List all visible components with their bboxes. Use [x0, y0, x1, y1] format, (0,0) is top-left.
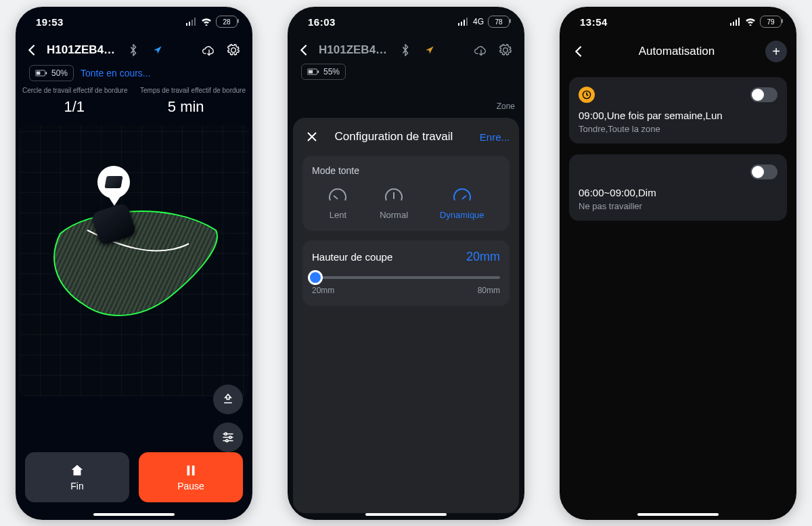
- cut-height-value: 20mm: [466, 250, 500, 264]
- svg-rect-2: [191, 20, 193, 26]
- mowing-mode-label: Mode tonte: [312, 165, 500, 176]
- battery-icon: [35, 70, 47, 76]
- svg-rect-24: [738, 18, 740, 26]
- status-time: 16:03: [308, 16, 336, 28]
- status-indicators: 79: [730, 16, 782, 28]
- svg-point-10: [229, 436, 231, 438]
- phone-battery-icon: 28: [216, 16, 238, 28]
- automation-action: Ne pas travailler: [579, 201, 777, 211]
- cut-height-panel: Hauteur de coupe 20mm 20mm 80mm: [302, 240, 510, 306]
- sheet-header: Configuration de travail Enre...: [302, 127, 510, 146]
- mode-normal[interactable]: Normal: [380, 185, 408, 220]
- home-icon: [70, 463, 85, 478]
- stats-values: 1/1 5 min: [16, 94, 252, 123]
- svg-rect-22: [733, 22, 734, 26]
- map-area[interactable]: [20, 125, 248, 396]
- location-icon: [148, 41, 167, 60]
- back-button[interactable]: [22, 41, 41, 60]
- add-button[interactable]: +: [765, 41, 787, 62]
- svg-rect-5: [37, 72, 41, 75]
- slider-min: 20mm: [312, 286, 334, 295]
- save-button[interactable]: Enre...: [480, 131, 510, 143]
- automation-action: Tondre,Toute la zone: [579, 124, 777, 134]
- base-station-marker[interactable]: [97, 166, 130, 198]
- svg-rect-16: [464, 20, 465, 26]
- mower-marker[interactable]: [91, 203, 138, 250]
- sheet-title: Configuration de travail: [315, 130, 473, 144]
- mode-dynamic[interactable]: Dynamique: [440, 185, 484, 220]
- mode-options: Lent Normal Dynamique: [312, 185, 500, 220]
- cloud-button[interactable]: [200, 41, 219, 60]
- automation-schedule: 06:00~09:00,Dim: [579, 187, 777, 198]
- map-float-buttons: [213, 385, 243, 452]
- wifi-icon: [201, 18, 212, 26]
- status-time: 13:54: [580, 16, 608, 28]
- gauge-icon: [384, 185, 404, 206]
- work-config-sheet: Configuration de travail Enre... Mode to…: [293, 118, 519, 513]
- bottom-actions: Fin Pause: [25, 452, 243, 502]
- pause-icon: [183, 463, 198, 478]
- svg-point-11: [226, 439, 228, 441]
- svg-rect-14: [458, 23, 459, 26]
- automation-item[interactable]: 06:00~09:00,Dim Ne pas travailler: [569, 154, 787, 221]
- svg-rect-0: [186, 23, 187, 26]
- phone-battery-icon: 78: [488, 16, 510, 28]
- wifi-icon: [745, 18, 756, 26]
- page-title: Automatisation: [588, 45, 765, 58]
- svg-rect-13: [192, 466, 195, 476]
- slider-thumb[interactable]: [308, 270, 323, 285]
- stat-label-right: Temps de travail effectif de bordure: [140, 87, 246, 94]
- settings-button[interactable]: [496, 41, 515, 60]
- cellular-icon: [730, 18, 741, 26]
- svg-rect-3: [194, 18, 196, 26]
- network-label: 4G: [473, 17, 484, 26]
- mower-battery: 55%: [301, 64, 346, 80]
- svg-rect-23: [736, 20, 737, 26]
- home-indicator[interactable]: [93, 513, 175, 516]
- svg-point-9: [225, 433, 227, 435]
- status-time: 19:53: [36, 16, 64, 28]
- phone-config-screen: 16:03 4G 78 H101ZEB4ZF2P... 55% Zo: [288, 7, 524, 520]
- automation-toggle[interactable]: [750, 87, 777, 102]
- status-indicators: 28: [186, 16, 238, 28]
- stats-labels: Cercle de travail effectif de bordure Te…: [16, 87, 252, 94]
- cut-height-slider[interactable]: [312, 276, 500, 279]
- cellular-icon: [458, 18, 469, 26]
- mower-status-row: 50% Tonte en cours...: [16, 64, 252, 87]
- app-header: H101ZEB4ZF2P...: [16, 37, 252, 64]
- page-header: Automatisation +: [560, 37, 796, 66]
- back-button[interactable]: [294, 41, 313, 60]
- phone-battery-icon: 79: [760, 16, 782, 28]
- automation-item[interactable]: 09:00,Une fois par semaine,Lun Tondre,To…: [569, 77, 787, 144]
- phone-automation-screen: 13:54 79 Automatisation + 09:00,Une fois…: [560, 7, 796, 520]
- mode-slow[interactable]: Lent: [328, 185, 348, 220]
- stat-label-left: Cercle de travail effectif de bordure: [22, 87, 127, 94]
- bluetooth-icon: [396, 41, 415, 60]
- slider-max: 80mm: [478, 286, 500, 295]
- pause-button[interactable]: Pause: [139, 452, 243, 502]
- home-indicator[interactable]: [637, 513, 719, 516]
- device-name: H101ZEB4ZF2P...: [319, 43, 390, 57]
- adjust-button[interactable]: [213, 422, 243, 452]
- recenter-button[interactable]: [213, 385, 243, 414]
- svg-rect-17: [466, 18, 468, 26]
- cut-height-label: Hauteur de coupe: [312, 251, 392, 263]
- battery-icon: [307, 68, 319, 75]
- gauge-icon: [328, 185, 348, 206]
- cloud-button[interactable]: [472, 41, 491, 60]
- clock-icon: [579, 87, 595, 103]
- home-indicator[interactable]: [365, 513, 447, 516]
- automation-toggle[interactable]: [750, 165, 777, 179]
- end-button-label: Fin: [70, 481, 83, 491]
- bluetooth-icon: [124, 41, 143, 60]
- status-bar: 16:03 4G 78: [288, 7, 524, 37]
- app-header: H101ZEB4ZF2P...: [288, 37, 524, 64]
- end-button[interactable]: Fin: [25, 452, 129, 502]
- mower-battery: 50%: [29, 65, 74, 81]
- automation-schedule: 09:00,Une fois par semaine,Lun: [579, 110, 777, 121]
- status-bar: 13:54 79: [560, 7, 796, 37]
- settings-button[interactable]: [224, 41, 243, 60]
- back-button[interactable]: [569, 42, 588, 61]
- status-bar: 19:53 28: [16, 7, 252, 37]
- svg-rect-12: [187, 466, 190, 476]
